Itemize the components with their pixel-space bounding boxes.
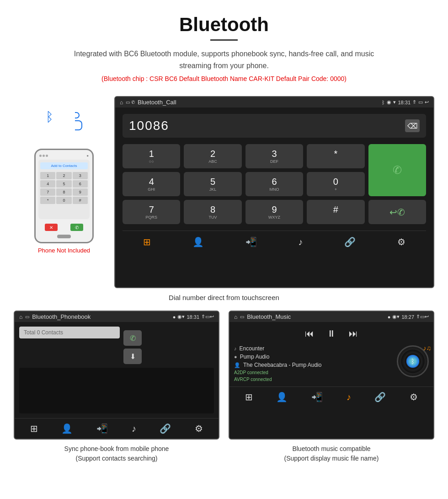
pb-settings-icon[interactable]: ⚙: [191, 421, 207, 436]
expand-pb: ⇑▭↩: [201, 314, 214, 320]
ms-settings-icon[interactable]: ⚙: [406, 390, 421, 404]
bt-icon-ms: ●: [388, 314, 391, 320]
pb-music-icon[interactable]: ♪: [128, 422, 140, 436]
call-action-button[interactable]: ✆: [123, 330, 142, 346]
specs-line: (Bluetooth chip : CSR BC6 Default Blueto…: [18, 75, 430, 82]
phone-key-1: 1: [40, 172, 55, 179]
toolbar-keypad-icon[interactable]: ⊞: [139, 235, 155, 249]
toolbar-settings-icon[interactable]: ⚙: [394, 235, 409, 249]
bluetooth-icon-wrapper: ᛒ: [46, 110, 82, 142]
number-display: 10086 ⌫: [123, 114, 426, 138]
phone-numpad: 1 2 3 4 5 6 7 8 9 * 0 #: [40, 172, 88, 204]
ms-transfer-icon[interactable]: 📲: [308, 390, 326, 404]
contacts-list-empty: [19, 368, 214, 413]
key-1[interactable]: 1○○: [123, 144, 180, 168]
dialer-body: 10086 ⌫ 1○○ 2ABC 3DEF *: [115, 107, 433, 258]
bt-vinyl-icon: ᛒ: [411, 358, 415, 365]
phonebook-screen: ⌂ ▭ Bluetooth_Phonebook ● ◉▾ 18:31 ⇑▭↩ T…: [14, 311, 219, 440]
dialer-caption: Dial number direct from touchscreen: [14, 294, 434, 301]
ms-contacts-icon[interactable]: 👤: [272, 390, 291, 404]
search-placeholder: Total 0 Contacts: [24, 329, 63, 336]
expand-ms: ⇑▭↩: [416, 314, 429, 320]
pb-link-icon[interactable]: 🔗: [156, 421, 175, 436]
phone-key-0: 0: [56, 197, 71, 204]
phone-home-button: [57, 235, 71, 238]
page-header: Bluetooth Integrated with BC6 Bluetooth …: [0, 0, 448, 96]
dialer-status-bar: ⌂ ▭ ✆ Bluetooth_Call ᛒ ◉ ▾ 18:31 ⇑ ▭ ↩: [115, 97, 433, 107]
phone-bottom-bar: ✕ ✆: [38, 222, 90, 233]
phonebook-card: ⌂ ▭ Bluetooth_Phonebook ● ◉▾ 18:31 ⇑▭↩ T…: [14, 311, 219, 463]
home-icon-ms: ⌂: [234, 314, 237, 320]
description: Integrated with BC6 Bluetooth module, su…: [64, 48, 384, 71]
pb-status-icons: ● ◉▾ 18:31 ⇑▭↩: [173, 314, 214, 320]
nav-icons: ▭ ✆: [126, 100, 135, 105]
main-content: ᛒ ● Add to Contacts: [0, 96, 448, 463]
phone-dots: [39, 155, 48, 157]
pb-keypad-icon[interactable]: ⊞: [27, 421, 42, 436]
key-7[interactable]: 7PQRS: [123, 200, 180, 224]
phone-call: ✆: [70, 224, 83, 231]
full-title-row: 👤 The Cheebacabra - Pump Audio: [234, 362, 392, 368]
keypad-grid: 1○○ 2ABC 3DEF * ✆: [123, 144, 426, 224]
track-row: ♪ Encounter: [234, 345, 392, 352]
key-0[interactable]: 0+: [307, 172, 364, 196]
signal-icon: ◉: [387, 99, 391, 105]
toolbar-contacts-icon[interactable]: 👤: [189, 235, 208, 249]
pb-toolbar: ⊞ 👤 📲 ♪ 🔗 ⚙: [15, 418, 219, 439]
key-4[interactable]: 4GHI: [123, 172, 180, 196]
phone-dot: [43, 155, 45, 157]
contacts-search-box[interactable]: Total 0 Contacts: [19, 327, 120, 338]
phone-key-9: 9: [73, 188, 88, 196]
music-caption: Bluetooth music compatible (Support disp…: [229, 444, 434, 463]
artist-name: Pump Audio: [240, 354, 270, 360]
ms-link-icon[interactable]: 🔗: [371, 390, 389, 404]
key-9[interactable]: 9WXYZ: [245, 200, 303, 224]
download-action-button[interactable]: ⬇: [123, 349, 142, 364]
phone-key-5: 5: [56, 180, 71, 188]
phone-key-8: 8: [56, 188, 71, 196]
wave-small: [75, 112, 80, 118]
toolbar-transfer-icon[interactable]: 📲: [242, 235, 261, 249]
key-6[interactable]: 6MNO: [245, 172, 303, 196]
phone-key-star: *: [40, 197, 55, 204]
key-3[interactable]: 3DEF: [245, 144, 303, 168]
forward-button[interactable]: ⏭: [345, 327, 362, 341]
phone-dot: [46, 155, 48, 157]
pb-contacts-icon[interactable]: 👤: [58, 421, 76, 436]
dot-icon: ●: [234, 354, 237, 359]
key-8[interactable]: 8TUV: [184, 200, 241, 224]
music-controls: ⏮ ⏸ ⏭: [234, 327, 429, 341]
dialer-toolbar: ⊞ 👤 📲 ♪ 🔗 ⚙: [123, 231, 426, 251]
page-title: Bluetooth: [18, 14, 430, 36]
note-icon: ♪: [234, 346, 237, 351]
call-button[interactable]: ✆: [368, 144, 426, 196]
key-5[interactable]: 5JKL: [184, 172, 241, 196]
expand-icon: ⇑: [412, 99, 416, 105]
phone-key-hash: #: [73, 197, 88, 204]
signal-pb: ◉▾: [177, 314, 185, 320]
phone-screen: Add to Contacts 1 2 3 4 5 6 7 8 9 * 0 #: [38, 160, 90, 219]
phonebook-body: Total 0 Contacts ✆ ⬇: [15, 322, 219, 418]
key-hash[interactable]: #: [307, 200, 364, 224]
recall-button[interactable]: ↩✆: [368, 200, 426, 224]
play-pause-button[interactable]: ⏸: [323, 327, 340, 341]
ms-keypad-icon[interactable]: ⊞: [241, 390, 256, 404]
toolbar-link-icon[interactable]: 🔗: [341, 235, 359, 249]
track-name: Encounter: [240, 345, 265, 352]
music-status-bar: ⌂ ▭ Bluetooth_Music ● ◉▾ 18:27 ⇑▭↩: [229, 311, 433, 322]
toolbar-music-icon[interactable]: ♪: [294, 235, 306, 249]
status-icons: ᛒ ◉ ▾ 18:31 ⇑ ▭ ↩: [382, 99, 429, 105]
phone-end-call: ✕: [45, 224, 58, 231]
phone-side: ᛒ ● Add to Contacts: [14, 96, 114, 254]
backspace-button[interactable]: ⌫: [405, 119, 420, 132]
phonebook-caption: Sync phone-book from mobile phone (Suppo…: [14, 444, 219, 463]
ms-music-icon[interactable]: ♪: [343, 390, 355, 404]
ms-toolbar: ⊞ 👤 📲 ♪ 🔗 ⚙: [229, 386, 433, 407]
nav-icons-pb: ▭: [25, 314, 29, 319]
rewind-button[interactable]: ⏮: [301, 327, 318, 341]
music-notes-decoration: ♪♫: [423, 344, 432, 352]
key-star[interactable]: *: [307, 144, 364, 168]
pb-transfer-icon[interactable]: 📲: [93, 421, 112, 436]
key-2[interactable]: 2ABC: [184, 144, 241, 168]
home-icon: ⌂: [120, 99, 123, 106]
